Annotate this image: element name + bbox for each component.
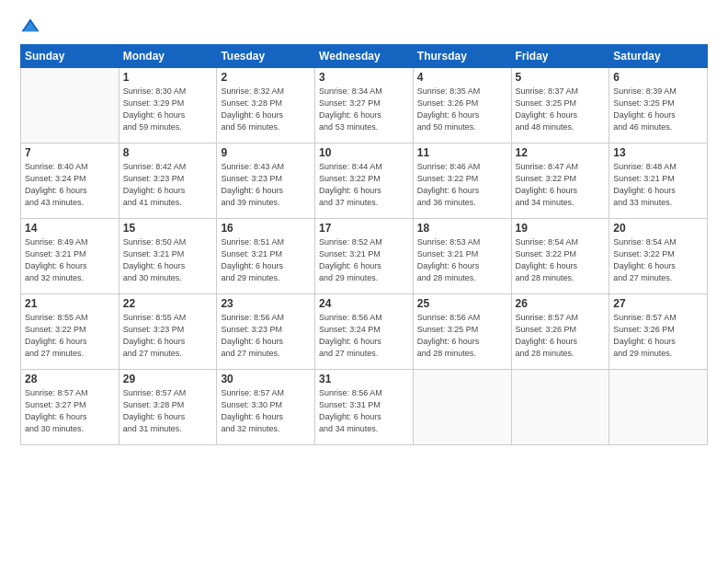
calendar-cell: 2Sunrise: 8:32 AM Sunset: 3:28 PM Daylig…	[217, 68, 315, 144]
logo-icon	[20, 17, 40, 37]
calendar-week-row: 7Sunrise: 8:40 AM Sunset: 3:24 PM Daylig…	[21, 144, 708, 219]
day-number: 22	[123, 297, 213, 310]
day-number: 12	[516, 146, 606, 159]
calendar-cell: 23Sunrise: 8:56 AM Sunset: 3:23 PM Dayli…	[217, 294, 315, 370]
day-info: Sunrise: 8:52 AM Sunset: 3:21 PM Dayligh…	[319, 236, 409, 284]
day-info: Sunrise: 8:42 AM Sunset: 3:23 PM Dayligh…	[123, 161, 213, 209]
calendar-cell: 27Sunrise: 8:57 AM Sunset: 3:26 PM Dayli…	[609, 294, 708, 370]
calendar-cell: 15Sunrise: 8:50 AM Sunset: 3:21 PM Dayli…	[119, 219, 217, 294]
calendar-cell: 30Sunrise: 8:57 AM Sunset: 3:30 PM Dayli…	[217, 370, 315, 445]
day-info: Sunrise: 8:57 AM Sunset: 3:27 PM Dayligh…	[25, 387, 115, 435]
calendar-cell: 18Sunrise: 8:53 AM Sunset: 3:21 PM Dayli…	[413, 219, 511, 294]
day-info: Sunrise: 8:49 AM Sunset: 3:21 PM Dayligh…	[25, 236, 115, 284]
calendar-week-row: 1Sunrise: 8:30 AM Sunset: 3:29 PM Daylig…	[21, 68, 708, 144]
calendar-cell: 21Sunrise: 8:55 AM Sunset: 3:22 PM Dayli…	[21, 294, 119, 370]
calendar: SundayMondayTuesdayWednesdayThursdayFrid…	[20, 44, 708, 445]
day-info: Sunrise: 8:48 AM Sunset: 3:21 PM Dayligh…	[613, 161, 703, 209]
calendar-cell: 10Sunrise: 8:44 AM Sunset: 3:22 PM Dayli…	[315, 144, 414, 219]
day-info: Sunrise: 8:57 AM Sunset: 3:26 PM Dayligh…	[516, 312, 606, 360]
day-info: Sunrise: 8:56 AM Sunset: 3:23 PM Dayligh…	[221, 312, 311, 360]
day-info: Sunrise: 8:46 AM Sunset: 3:22 PM Dayligh…	[417, 161, 507, 209]
calendar-cell: 1Sunrise: 8:30 AM Sunset: 3:29 PM Daylig…	[119, 68, 217, 144]
calendar-cell: 12Sunrise: 8:47 AM Sunset: 3:22 PM Dayli…	[511, 144, 609, 219]
day-number: 5	[516, 71, 606, 84]
day-number: 21	[25, 297, 115, 310]
day-number: 24	[319, 297, 409, 310]
day-info: Sunrise: 8:56 AM Sunset: 3:31 PM Dayligh…	[319, 387, 409, 435]
day-number: 9	[221, 146, 311, 159]
day-info: Sunrise: 8:44 AM Sunset: 3:22 PM Dayligh…	[319, 161, 409, 209]
calendar-cell: 16Sunrise: 8:51 AM Sunset: 3:21 PM Dayli…	[217, 219, 315, 294]
calendar-cell: 20Sunrise: 8:54 AM Sunset: 3:22 PM Dayli…	[609, 219, 708, 294]
day-info: Sunrise: 8:34 AM Sunset: 3:27 PM Dayligh…	[319, 86, 409, 133]
day-info: Sunrise: 8:55 AM Sunset: 3:23 PM Dayligh…	[123, 312, 213, 360]
calendar-cell: 29Sunrise: 8:57 AM Sunset: 3:28 PM Dayli…	[119, 370, 217, 445]
day-number: 27	[613, 297, 703, 310]
day-number: 15	[123, 222, 213, 235]
weekday-header-row: SundayMondayTuesdayWednesdayThursdayFrid…	[21, 45, 708, 68]
calendar-cell	[609, 370, 708, 445]
calendar-cell	[21, 68, 119, 144]
calendar-cell: 8Sunrise: 8:42 AM Sunset: 3:23 PM Daylig…	[119, 144, 217, 219]
calendar-cell: 11Sunrise: 8:46 AM Sunset: 3:22 PM Dayli…	[413, 144, 511, 219]
day-number: 26	[516, 297, 606, 310]
calendar-cell: 24Sunrise: 8:56 AM Sunset: 3:24 PM Dayli…	[315, 294, 414, 370]
weekday-saturday: Saturday	[609, 45, 708, 68]
day-number: 11	[417, 146, 507, 159]
day-info: Sunrise: 8:51 AM Sunset: 3:21 PM Dayligh…	[221, 236, 311, 284]
calendar-cell: 17Sunrise: 8:52 AM Sunset: 3:21 PM Dayli…	[315, 219, 414, 294]
calendar-cell: 22Sunrise: 8:55 AM Sunset: 3:23 PM Dayli…	[119, 294, 217, 370]
day-number: 29	[123, 373, 213, 385]
calendar-week-row: 28Sunrise: 8:57 AM Sunset: 3:27 PM Dayli…	[21, 370, 708, 445]
day-info: Sunrise: 8:54 AM Sunset: 3:22 PM Dayligh…	[613, 236, 703, 284]
calendar-cell: 25Sunrise: 8:56 AM Sunset: 3:25 PM Dayli…	[413, 294, 511, 370]
calendar-cell	[413, 370, 511, 445]
weekday-monday: Monday	[119, 45, 217, 68]
logo	[20, 17, 45, 37]
day-info: Sunrise: 8:32 AM Sunset: 3:28 PM Dayligh…	[221, 86, 311, 133]
day-number: 14	[25, 222, 115, 235]
day-number: 10	[319, 146, 409, 159]
day-number: 13	[613, 146, 703, 159]
page: SundayMondayTuesdayWednesdayThursdayFrid…	[0, 0, 728, 563]
calendar-week-row: 21Sunrise: 8:55 AM Sunset: 3:22 PM Dayli…	[21, 294, 708, 370]
calendar-cell: 5Sunrise: 8:37 AM Sunset: 3:25 PM Daylig…	[511, 68, 609, 144]
weekday-thursday: Thursday	[413, 45, 511, 68]
day-number: 16	[221, 222, 311, 235]
day-number: 17	[319, 222, 409, 235]
day-number: 6	[613, 71, 703, 84]
day-info: Sunrise: 8:55 AM Sunset: 3:22 PM Dayligh…	[25, 312, 115, 360]
day-number: 19	[516, 222, 606, 235]
day-info: Sunrise: 8:43 AM Sunset: 3:23 PM Dayligh…	[221, 161, 311, 209]
day-number: 3	[319, 71, 409, 84]
day-info: Sunrise: 8:40 AM Sunset: 3:24 PM Dayligh…	[25, 161, 115, 209]
calendar-cell	[511, 370, 609, 445]
calendar-cell: 9Sunrise: 8:43 AM Sunset: 3:23 PM Daylig…	[217, 144, 315, 219]
day-number: 7	[25, 146, 115, 159]
weekday-friday: Friday	[511, 45, 609, 68]
day-number: 2	[221, 71, 311, 84]
day-number: 4	[417, 71, 507, 84]
day-number: 31	[319, 373, 409, 385]
day-number: 18	[417, 222, 507, 235]
day-info: Sunrise: 8:57 AM Sunset: 3:28 PM Dayligh…	[123, 387, 213, 435]
day-info: Sunrise: 8:47 AM Sunset: 3:22 PM Dayligh…	[516, 161, 606, 209]
day-info: Sunrise: 8:57 AM Sunset: 3:26 PM Dayligh…	[613, 312, 703, 360]
day-number: 23	[221, 297, 311, 310]
day-number: 8	[123, 146, 213, 159]
calendar-cell: 28Sunrise: 8:57 AM Sunset: 3:27 PM Dayli…	[21, 370, 119, 445]
calendar-cell: 31Sunrise: 8:56 AM Sunset: 3:31 PM Dayli…	[315, 370, 414, 445]
day-info: Sunrise: 8:37 AM Sunset: 3:25 PM Dayligh…	[516, 86, 606, 133]
day-info: Sunrise: 8:54 AM Sunset: 3:22 PM Dayligh…	[516, 236, 606, 284]
calendar-cell: 13Sunrise: 8:48 AM Sunset: 3:21 PM Dayli…	[609, 144, 708, 219]
calendar-cell: 14Sunrise: 8:49 AM Sunset: 3:21 PM Dayli…	[21, 219, 119, 294]
day-number: 25	[417, 297, 507, 310]
calendar-cell: 7Sunrise: 8:40 AM Sunset: 3:24 PM Daylig…	[21, 144, 119, 219]
calendar-cell: 6Sunrise: 8:39 AM Sunset: 3:25 PM Daylig…	[609, 68, 708, 144]
day-info: Sunrise: 8:50 AM Sunset: 3:21 PM Dayligh…	[123, 236, 213, 284]
day-number: 20	[613, 222, 703, 235]
weekday-sunday: Sunday	[21, 45, 119, 68]
day-number: 30	[221, 373, 311, 385]
day-number: 28	[25, 373, 115, 385]
day-number: 1	[123, 71, 213, 84]
